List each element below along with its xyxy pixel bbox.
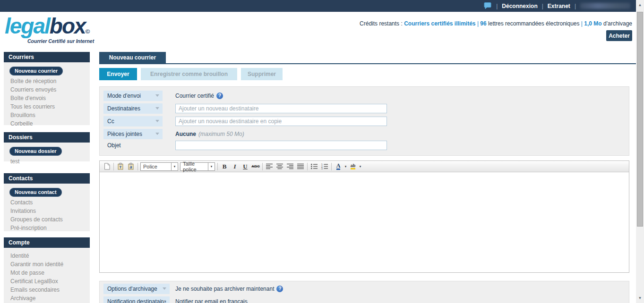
- scrollbar-thumb[interactable]: [637, 12, 643, 227]
- logout-link[interactable]: Déconnexion: [502, 3, 537, 9]
- highlight-color-icon[interactable]: ab: [348, 162, 358, 171]
- attachments-hint: (maximum 50 Mo): [198, 129, 244, 139]
- new-mail-button[interactable]: Nouveau courrier: [9, 67, 63, 76]
- logo-text-legal: legal: [5, 14, 50, 38]
- attachments-dropdown[interactable]: Pièces jointes: [103, 129, 163, 139]
- extranet-link[interactable]: Extranet: [548, 3, 570, 9]
- new-document-icon[interactable]: [102, 162, 112, 171]
- toolbar-separator: [137, 163, 138, 170]
- send-button[interactable]: Envoyer: [99, 68, 137, 80]
- font-family-value: Police: [141, 164, 171, 169]
- logo-text-box: box: [50, 14, 86, 38]
- delete-button[interactable]: Supprimer: [241, 68, 283, 80]
- section-title-compte: Compte: [4, 237, 90, 248]
- help-icon[interactable]: ?: [216, 93, 223, 99]
- page-scrollbar[interactable]: ▲ ▼: [636, 0, 644, 303]
- save-draft-button[interactable]: Enregistrer comme brouillon: [141, 68, 237, 80]
- chevron-down-icon: [163, 300, 166, 303]
- topbar-divider: |: [496, 3, 498, 9]
- username-redacted[interactable]: [580, 3, 630, 9]
- scroll-down-icon[interactable]: ▼: [636, 294, 644, 302]
- highlight-glyph: ab: [351, 163, 356, 170]
- recipients-input[interactable]: [175, 104, 387, 113]
- align-justify-icon[interactable]: [295, 162, 306, 171]
- attachments-value: Aucune: [175, 129, 196, 139]
- subject-label: Objet: [103, 140, 163, 151]
- buy-credits-button[interactable]: Acheter: [606, 30, 632, 41]
- topbar-divider: |: [575, 3, 576, 9]
- italic-icon[interactable]: I: [230, 162, 240, 171]
- sidebar-item-password[interactable]: Mot de passe: [4, 269, 90, 277]
- toolbar-separator: [217, 163, 218, 170]
- paste-as-text-icon[interactable]: T: [115, 162, 126, 171]
- highlight-color-menu-arrow[interactable]: ▾: [358, 165, 362, 168]
- section-title-contacts: Contacts: [4, 173, 90, 184]
- sidebar-item-contacts[interactable]: Contacts: [4, 198, 90, 207]
- legalbox-logo[interactable]: legalbox©: [5, 15, 90, 37]
- paste-from-word-icon[interactable]: a: [126, 162, 136, 171]
- sidebar-item-inbox[interactable]: Boîte de réception: [4, 77, 90, 85]
- send-mode-value: Courrier certifié: [175, 91, 214, 101]
- send-mode-label: Mode d'envoi: [107, 93, 141, 99]
- sidebar-item-guarantee-identity[interactable]: Garantir mon identité: [4, 260, 90, 269]
- archive-options-label: Options d'archivage: [107, 286, 157, 292]
- toolbar-separator: [262, 163, 263, 170]
- sidebar-item-invitations[interactable]: Invitations: [4, 207, 90, 215]
- editor-body[interactable]: [100, 172, 629, 272]
- sidebar-item-drafts[interactable]: Brouillons: [4, 111, 90, 119]
- chevron-down-icon: [155, 107, 159, 109]
- new-contact-button[interactable]: Nouveau contact: [9, 188, 62, 197]
- sidebar-item-secondary-emails[interactable]: Emails secondaires: [4, 286, 90, 294]
- bold-icon[interactable]: B: [219, 162, 230, 171]
- sidebar-item-identity[interactable]: Identité: [4, 252, 90, 260]
- sidebar-section-contacts: Contacts Nouveau contact Contacts Invita…: [4, 173, 90, 231]
- sidebar-item-all-mail[interactable]: Tous les courriers: [4, 102, 90, 111]
- chevron-down-icon: [163, 287, 166, 290]
- font-family-select[interactable]: Police ▾: [140, 162, 178, 171]
- credits-storage-value: 1,0 Mo: [584, 20, 601, 27]
- sidebar-item-contact-groups[interactable]: Groupes de contacts: [4, 215, 90, 224]
- recipients-dropdown[interactable]: Destinataires: [103, 103, 163, 114]
- send-mode-dropdown[interactable]: Mode d'envoi: [103, 91, 163, 101]
- tab-new-mail[interactable]: Nouveau courrier: [99, 52, 166, 63]
- text-color-glyph: A: [336, 163, 341, 170]
- chat-bubble-icon[interactable]: [484, 2, 492, 9]
- strikethrough-icon[interactable]: ABC: [250, 162, 261, 171]
- cc-input[interactable]: [175, 117, 387, 126]
- section-title-dossiers: Dossiers: [4, 132, 90, 143]
- align-left-icon[interactable]: [264, 162, 275, 171]
- scroll-up-icon[interactable]: ▲: [636, 1, 644, 9]
- chevron-down-icon: ▾: [208, 163, 215, 170]
- attachments-label: Pièces jointes: [107, 131, 142, 137]
- help-icon[interactable]: ?: [276, 286, 283, 292]
- notification-dropdown[interactable]: Notification destinataire: [103, 296, 170, 303]
- section-title-courriers: Courriers: [4, 52, 90, 62]
- font-size-select[interactable]: Taille police ▾: [180, 162, 215, 171]
- sidebar-item-outbox[interactable]: Boîte d'envois: [4, 94, 90, 102]
- sidebar-item-certificate[interactable]: Certificat LegalBox: [4, 277, 90, 286]
- credits-remaining: Crédits restants : Courriers certifiés i…: [360, 20, 632, 27]
- credits-letters-count: 96: [480, 20, 486, 27]
- numbered-list-icon[interactable]: 1.2.3.: [319, 162, 330, 171]
- underline-icon[interactable]: U: [240, 162, 250, 171]
- sidebar-item-archiving[interactable]: Archivage: [4, 294, 90, 303]
- cc-dropdown[interactable]: Cc: [103, 116, 163, 126]
- archive-options-value: Je ne souhaite pas archiver maintenant: [175, 284, 274, 294]
- text-color-icon[interactable]: A: [333, 162, 343, 171]
- align-center-icon[interactable]: [275, 162, 285, 171]
- options-panel: Options d'archivage Je ne souhaite pas a…: [99, 281, 629, 303]
- sidebar-item-folder-test[interactable]: test: [4, 157, 90, 166]
- text-color-menu-arrow[interactable]: ▾: [343, 165, 348, 168]
- subject-input[interactable]: [175, 141, 387, 150]
- toolbar-separator: [307, 163, 308, 170]
- sidebar-item-preregistration[interactable]: Pré-inscription: [4, 224, 90, 232]
- credits-divider: |: [581, 20, 583, 27]
- sidebar-item-trash[interactable]: Corbeille: [4, 119, 90, 128]
- notification-value-row: Notifier par email en français: [175, 296, 248, 303]
- bullet-list-icon[interactable]: [309, 162, 319, 171]
- archive-options-dropdown[interactable]: Options d'archivage: [103, 284, 170, 294]
- new-folder-button[interactable]: Nouveau dossier: [9, 147, 62, 156]
- align-right-icon[interactable]: [285, 162, 295, 171]
- sidebar-item-sent[interactable]: Courriers envoyés: [4, 85, 90, 94]
- topbar-divider: |: [542, 3, 543, 9]
